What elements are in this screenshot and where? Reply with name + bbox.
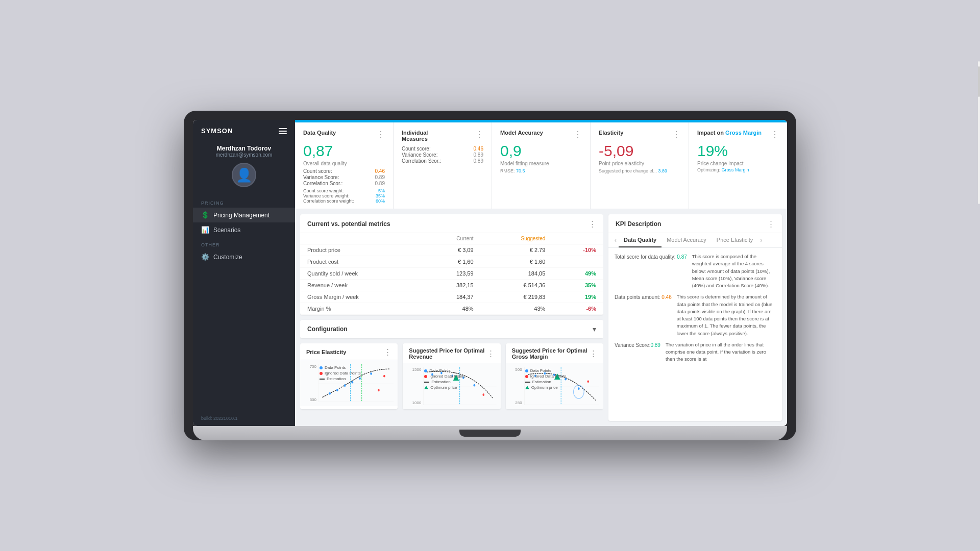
kpi-menu-impact[interactable]: ⋮: [771, 130, 779, 139]
right-panel: KPI Description ⋮ ‹ Data Quality Model A…: [608, 214, 782, 421]
metrics-card-title: Current vs. potential metrics: [307, 220, 390, 228]
legend-data-points: Data Points: [424, 368, 465, 373]
svg-point-8: [370, 372, 372, 375]
chart-suggested-revenue-menu[interactable]: ⋮: [487, 349, 495, 358]
kpi-menu-individual[interactable]: ⋮: [475, 130, 483, 139]
config-header: Configuration ▾: [300, 320, 603, 338]
table-row: Product price € 3,09 € 2.79 -10%: [300, 244, 603, 256]
svg-point-35: [573, 385, 584, 398]
tab-prev-arrow[interactable]: ‹: [612, 237, 619, 244]
svg-point-9: [378, 389, 380, 392]
left-panel: Current vs. potential metrics ⋮ Current …: [300, 214, 603, 421]
table-row: Revenue / week 382,15 € 514,36 35%: [300, 280, 603, 291]
chart-price-elasticity-header: Price Elasticity ⋮: [300, 343, 398, 360]
chart-price-elasticity-title: Price Elasticity: [306, 349, 346, 355]
svg-point-21: [483, 393, 485, 396]
legend-optimum: Optimum price: [525, 385, 567, 390]
build-label: build: 20221010.1: [193, 411, 295, 426]
kpi-description-title: KPI Description: [616, 220, 661, 228]
app-logo: SYMSON: [201, 127, 233, 135]
kpi-card-individual-measures: IndividualMeasures ⋮ Count score:0.46 Va…: [394, 122, 492, 209]
svg-point-10: [383, 375, 385, 378]
kpi-description-header: KPI Description ⋮: [608, 214, 782, 233]
avatar-icon: 👤: [236, 167, 252, 183]
laptop-screen: SYMSON Merdhzan Todorov merdhzan@symson.…: [193, 120, 787, 426]
kpi-description-menu[interactable]: ⋮: [767, 219, 775, 229]
svg-point-32: [587, 380, 589, 383]
chart-suggested-revenue-title: Suggested Price for Optimal Revenue: [409, 347, 486, 360]
kpi-description-card: KPI Description ⋮ ‹ Data Quality Model A…: [608, 214, 782, 421]
desc-row-data-points: Data points amount: 0.46 This score is d…: [615, 293, 776, 337]
pricing-section-label: PRICING: [193, 195, 295, 208]
kpi-description-body: Total score for data quality: 0.87 This …: [608, 248, 782, 421]
main-content: Data Quality ⋮ 0,87 Overall data quality…: [295, 120, 787, 426]
kpi-menu-elasticity[interactable]: ⋮: [672, 130, 680, 139]
metrics-card-menu[interactable]: ⋮: [589, 219, 596, 229]
kpi-title-model-accuracy: Model Accuracy: [500, 130, 543, 136]
chart-suggested-revenue-body: 1500 1000: [403, 363, 500, 409]
user-name: Merdhzan Todorov: [217, 145, 271, 152]
customize-icon: ⚙️: [201, 253, 209, 261]
tab-model-accuracy[interactable]: Model Accuracy: [662, 233, 712, 247]
kpi-value-elasticity: -5,09: [599, 142, 680, 160]
svg-point-5: [344, 384, 346, 387]
kpi-rmse: RMSE: 70.5: [500, 168, 582, 173]
sidebar: SYMSON Merdhzan Todorov merdhzan@symson.…: [193, 120, 295, 426]
scenarios-icon: 📊: [201, 226, 209, 234]
table-row: Product cost € 1,60 € 1.60: [300, 256, 603, 268]
sidebar-item-label: Scenarios: [213, 227, 240, 234]
table-row: Margin % 48% 43% -6%: [300, 303, 603, 315]
content-area: Current vs. potential metrics ⋮ Current …: [295, 209, 787, 426]
desc-text-variance: The variation of price in all the order …: [666, 341, 776, 363]
chart-suggested-gross-margin-body: 500 250: [506, 363, 603, 409]
kpi-card-data-quality: Data Quality ⋮ 0,87 Overall data quality…: [295, 122, 394, 209]
svg-point-3: [329, 392, 331, 395]
sidebar-item-customize[interactable]: ⚙️ Customize: [193, 249, 295, 264]
kpi-title-individual: IndividualMeasures: [402, 130, 428, 142]
kpi-optimizing: Optimizing: Gross Margin: [697, 167, 779, 172]
tab-price-elasticity[interactable]: Price Elasticity: [712, 233, 758, 247]
col-label: [300, 233, 422, 244]
tab-data-quality[interactable]: Data Quality: [619, 233, 662, 247]
kpi-title-impact: Impact on Gross Margin: [697, 130, 762, 136]
kpi-menu-data-quality[interactable]: ⋮: [377, 130, 385, 139]
sidebar-user: Merdhzan Todorov merdhzan@symson.com 👤: [193, 140, 295, 195]
sidebar-item-pricing-management[interactable]: 💲 Pricing Management: [193, 208, 295, 222]
chart-suggested-gross-margin-menu[interactable]: ⋮: [590, 349, 597, 358]
sidebar-item-label: Customize: [213, 254, 242, 261]
chart-price-elasticity: Price Elasticity ⋮ 750 500: [300, 343, 398, 409]
tab-next-arrow[interactable]: ›: [758, 237, 764, 244]
desc-text-data-points: This score is determined by the amount o…: [677, 293, 776, 337]
chart-price-elasticity-menu[interactable]: ⋮: [384, 347, 391, 357]
legend-data-points: Data Points: [320, 365, 361, 370]
desc-label-variance: Variance Score:0.89: [615, 341, 660, 363]
metrics-card-header: Current vs. potential metrics ⋮: [300, 214, 603, 233]
kpi-weight-rows: Count score weight:5% Variance score wei…: [303, 188, 385, 204]
legend-ignored: Ignored Data Points: [525, 374, 567, 379]
kpi-subtitle-data-quality: Overall data quality: [303, 161, 385, 166]
svg-point-31: [578, 387, 580, 390]
chevron-down-icon[interactable]: ▾: [593, 325, 596, 333]
table-row: Gross Margin / week 184,37 € 219,83 19%: [300, 291, 603, 303]
kpi-title-data-quality: Data Quality: [303, 130, 336, 136]
col-change: [552, 233, 603, 244]
hamburger-menu[interactable]: [279, 128, 287, 134]
desc-row-variance: Variance Score:0.89 The variation of pri…: [615, 341, 776, 363]
kpi-detail-rows: Count score:0.46 Variance Score:0.89 Cor…: [303, 168, 385, 186]
legend-ignored: Ignored Data Points: [320, 371, 361, 375]
chart-suggested-gross-margin-title: Suggested Price for Optimal Gross Margin: [512, 347, 590, 360]
kpi-title-elasticity: Elasticity: [599, 130, 623, 136]
svg-point-20: [474, 384, 476, 387]
avatar: 👤: [232, 163, 256, 187]
legend-estimation: Estimation: [525, 380, 567, 384]
legend-optimum: Optimum price: [424, 385, 465, 390]
individual-detail-rows: Count score:0.46 Variance Score:0.89 Cor…: [402, 146, 483, 164]
metrics-table: Current Suggested Product price € 3,09: [300, 233, 603, 315]
kpi-menu-model-accuracy[interactable]: ⋮: [574, 130, 582, 139]
kpi-value-impact: 19%: [697, 142, 779, 160]
chart-suggested-revenue: Suggested Price for Optimal Revenue ⋮ 15…: [403, 343, 500, 409]
kpi-subtitle-elasticity: Point-price elasticity: [599, 161, 680, 166]
config-title: Configuration: [307, 325, 348, 333]
chart-suggested-gross-margin-header: Suggested Price for Optimal Gross Margin…: [506, 343, 603, 363]
sidebar-item-scenarios[interactable]: 📊 Scenarios: [193, 222, 295, 237]
